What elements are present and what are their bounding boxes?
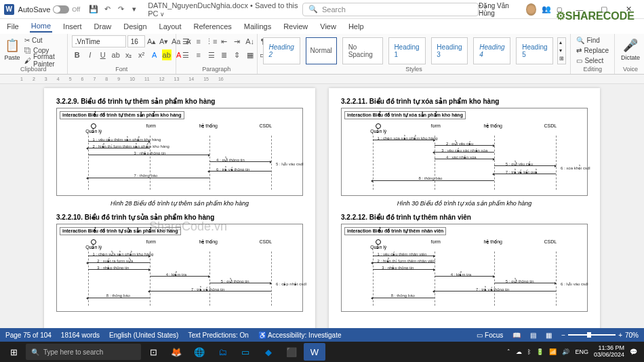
teams-icon[interactable]: 👥 [542,5,551,14]
paste-button[interactable]: 📋 Paste [4,35,20,61]
word-count[interactable]: 18164 words [61,331,100,339]
font-name-select[interactable]: .VnTime [72,35,126,47]
tab-help[interactable]: Help [347,21,365,32]
tab-draw[interactable]: Draw [93,21,113,32]
start-button[interactable]: ⊞ [3,343,24,361]
align-right-icon[interactable]: ☰ [206,49,217,60]
superscript-icon[interactable]: x² [136,49,147,60]
style-heading3[interactable]: Heading 3 [431,37,468,64]
page-right[interactable]: 3.2.2.11. Biểu đồ trình tự xóa sản phẩm … [329,88,600,348]
replace-button[interactable]: ⇄Replace [575,45,610,55]
tab-home[interactable]: Home [30,20,52,33]
page-indicator[interactable]: Page 75 of 104 [5,331,52,339]
cut-button[interactable]: ✂Cut [23,35,63,45]
align-center-icon[interactable]: ≡ [193,49,204,60]
language-indicator[interactable]: English (United States) [109,331,178,339]
volume-icon[interactable]: 🔊 [562,348,569,355]
tab-review[interactable]: Review [282,21,309,32]
autosave-label: AutoSave [18,5,51,14]
tray-chevron-icon[interactable]: ˄ [507,348,510,355]
italic-icon[interactable]: I [85,49,96,60]
view-web-icon[interactable]: ▦ [546,331,552,339]
tab-mailings[interactable]: Mailings [243,21,273,32]
styles-more[interactable]: ▴▾⊞ [557,37,566,64]
grow-font-icon[interactable]: A▴ [146,36,157,47]
text-predictions[interactable]: Text Predictions: On [188,331,248,339]
taskbar-app-5[interactable]: ◆ [258,343,279,361]
wifi-icon[interactable]: 📶 [549,348,557,355]
bullets-icon[interactable]: ☰ [180,36,191,47]
highlight-icon[interactable]: ab [162,49,172,60]
language-indicator[interactable]: ENG [575,348,588,355]
task-view-icon[interactable]: ⊡ [142,343,164,361]
style-heading1[interactable]: Heading 1 [388,37,426,64]
shrink-font-icon[interactable]: A▾ [159,36,169,47]
select-button[interactable]: ▭Select [575,56,610,65]
subscript-icon[interactable]: x₂ [123,49,134,60]
search-box[interactable]: 🔍 Search [302,3,479,16]
font-size-select[interactable]: 16 [127,35,145,47]
taskbar-search[interactable]: 🔍Type here to search [26,344,141,360]
sort-icon[interactable]: A↓ [245,36,256,47]
taskbar-word-icon[interactable]: W [304,343,325,361]
document-canvas[interactable]: 3.2.2.9. Biểu đồ trình tự thêm sản phẩm … [0,84,644,348]
line-spacing-icon[interactable]: ⇕ [232,49,243,60]
tab-view[interactable]: View [319,21,338,32]
style-heading4[interactable]: Heading 4 [473,37,510,64]
redo-icon[interactable]: ↷ [115,4,126,15]
taskbar-app-4[interactable]: ▭ [235,343,256,361]
dictate-button[interactable]: 🎤Dictate [619,35,642,61]
onedrive-icon[interactable]: ☁ [516,348,522,355]
save-icon[interactable]: 💾 [88,4,99,15]
tab-design[interactable]: Design [122,21,148,32]
bold-icon[interactable]: B [72,49,83,60]
sequence-diagram-2: interaction Biểu đồ trình tự sửa sản phẩ… [56,224,303,312]
notifications-icon[interactable]: 💬 [630,348,637,355]
taskbar-app-3[interactable]: 🗂 [212,343,233,361]
taskbar-app-2[interactable]: 🌐 [188,343,210,361]
clock[interactable]: 11:36 PM03/06/2024 [594,345,624,359]
focus-mode[interactable]: ▭ Focus [477,331,503,339]
shading-icon[interactable]: ▦ [245,49,256,60]
page-left[interactable]: 3.2.2.9. Biểu đồ trình tự thêm sản phẩm … [44,88,315,348]
zoom-slider[interactable]: −+ 70% [561,331,639,339]
numbering-icon[interactable]: ≡ [193,36,204,47]
underline-icon[interactable]: U [98,49,108,60]
tab-layout[interactable]: Layout [158,21,183,32]
taskbar-app-6[interactable]: ⬛ [281,343,302,361]
strike-icon[interactable]: ab [110,49,121,60]
toggle-switch-icon[interactable] [53,5,69,14]
undo-icon[interactable]: ↶ [102,4,113,15]
tab-file[interactable]: File [5,21,20,32]
align-left-icon[interactable]: ☰ [180,49,191,60]
autosave-toggle[interactable]: AutoSave Off [18,5,81,14]
user-avatar[interactable] [526,3,536,16]
document-title[interactable]: DATN_NguyenDucNghia.docx • Saved to this… [148,1,302,18]
group-label: Voice [619,66,642,73]
tab-references[interactable]: References [193,21,233,32]
view-read-icon[interactable]: 📖 [512,331,521,339]
accessibility-check[interactable]: ♿ Accessibility: Investigate [258,331,342,339]
system-tray[interactable]: ˄ ☁ ᛒ 🔋 📶 🔊 ENG 11:36 PM03/06/2024 💬 [507,345,641,359]
multilevel-icon[interactable]: ⋮≡ [206,36,217,47]
group-paragraph: ☰ ≡ ⋮≡ ⇤ ⇥ A↓ ¶ ☰ ≡ ☰ ≣ ⇕ ▦ ▭ Paragraph [176,34,258,74]
increase-indent-icon[interactable]: ⇥ [232,36,243,47]
bluetooth-icon[interactable]: ᛒ [527,348,531,355]
style-normal[interactable]: Normal [306,37,337,64]
tab-insert[interactable]: Insert [62,21,83,32]
battery-icon[interactable]: 🔋 [536,348,544,355]
style-heading2[interactable]: Heading 2 [263,37,300,64]
style-nospacing[interactable]: No Spacing [342,37,383,64]
view-print-icon[interactable]: ▤ [530,331,536,339]
format-painter-button[interactable]: 🖌Format Painter [23,56,63,65]
text-effects-icon[interactable]: A [149,49,160,60]
find-button[interactable]: 🔍Find [575,35,610,45]
zoom-level[interactable]: 70% [625,331,639,339]
user-name[interactable]: Đặng Văn Hùng [479,2,521,17]
justify-icon[interactable]: ≣ [219,49,230,60]
taskbar-app-1[interactable]: 🦊 [165,343,187,361]
qat-dropdown-icon[interactable]: ▾ [129,4,140,15]
style-heading5[interactable]: Heading 5 [516,37,553,64]
decrease-indent-icon[interactable]: ⇤ [219,36,230,47]
ruler[interactable]: 12345678910111213141516 [0,75,644,84]
